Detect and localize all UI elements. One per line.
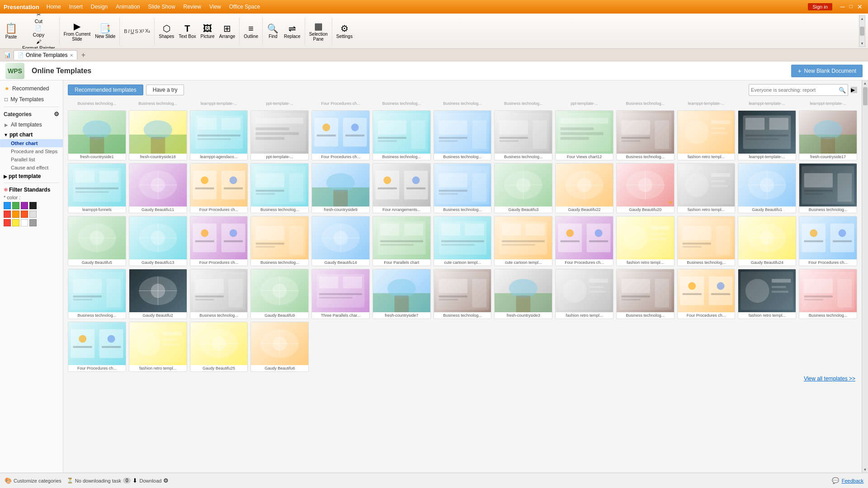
new-blank-button[interactable]: + New Blank Document xyxy=(791,65,863,77)
template-item[interactable]: cute cartoon templ... xyxy=(434,216,492,266)
format-painter-button[interactable]: 🖌Format Painter xyxy=(20,38,57,49)
template-item[interactable]: learnppt-funnels xyxy=(68,163,126,213)
template-item[interactable]: Gaudy Beautifu6 xyxy=(250,322,309,372)
swatch-lightgray[interactable] xyxy=(29,211,37,218)
template-item[interactable]: Business technolog... xyxy=(799,163,857,213)
template-item[interactable]: Gaudy Beautifu2 xyxy=(129,269,187,319)
add-tab-button[interactable]: + xyxy=(79,51,88,60)
sidebar-ppt-chart[interactable]: ▼ ppt chart xyxy=(0,130,63,139)
template-item[interactable]: Business technolog... xyxy=(616,110,675,160)
template-item[interactable]: learnppt-template-... xyxy=(738,110,796,160)
template-item[interactable]: Business technolog... xyxy=(494,110,552,160)
template-item[interactable]: Four Views chart12 xyxy=(555,110,613,160)
template-item[interactable]: Gaudy Beautifu22 xyxy=(555,163,613,213)
template-item[interactable]: Business technolog... xyxy=(434,110,492,160)
swatch-black[interactable] xyxy=(29,202,37,209)
template-item[interactable]: Business technolog... xyxy=(250,163,309,213)
template-item[interactable]: fashion retro templ... xyxy=(129,322,187,372)
sidebar-my-templates[interactable]: □ My Templates xyxy=(0,94,63,105)
sidebar-procedure-steps[interactable]: Procedure and Steps xyxy=(0,147,63,155)
right-scrollbar[interactable]: ▲ ▼ xyxy=(862,80,868,473)
template-item[interactable]: fashion retro templ... xyxy=(677,110,736,160)
template-item[interactable]: Three Parallels char... xyxy=(311,269,370,319)
find-button[interactable]: 🔍 Find xyxy=(265,22,281,40)
template-item[interactable]: Business technolog... xyxy=(250,216,309,266)
template-item[interactable]: cute cartoon templ... xyxy=(494,216,552,266)
sidebar-recommended[interactable]: ★ Recommended xyxy=(0,83,63,94)
replace-button[interactable]: ⇌ Replace xyxy=(282,22,302,40)
template-item[interactable]: Business technolog... xyxy=(616,269,675,319)
new-slide-button[interactable]: 📑 New Slide xyxy=(93,22,117,40)
template-item[interactable]: fresh-countryside9 xyxy=(311,163,370,213)
template-item[interactable]: Gaudy Beautifu25 xyxy=(190,322,248,372)
template-item[interactable]: Business technolog... xyxy=(434,269,492,319)
from-current-slide-button[interactable]: ▶ From CurrentSlide xyxy=(62,19,92,43)
template-item[interactable]: Business technolog... xyxy=(373,110,431,160)
template-item[interactable]: Four Procedures ch... xyxy=(68,322,126,372)
settings-gear-icon[interactable]: ⚙ xyxy=(163,477,169,484)
template-item[interactable]: Four Arrangements... xyxy=(373,163,431,213)
scroll-right-icon[interactable]: ▶ xyxy=(851,87,857,93)
text-box-button[interactable]: T Text Box xyxy=(177,22,198,40)
template-item[interactable]: Gaudy Beautifu3 xyxy=(494,163,552,213)
customize-categories[interactable]: 🎨 Customize categories xyxy=(5,477,61,484)
template-item[interactable]: learnppt-agendaco... xyxy=(190,110,248,160)
swatch-gray[interactable] xyxy=(29,219,37,226)
swatch-purple[interactable] xyxy=(21,202,28,209)
template-item[interactable]: Business technolog... xyxy=(68,269,126,319)
template-item[interactable]: Gaudy Beautifu24 xyxy=(738,216,796,266)
swatch-green[interactable] xyxy=(12,202,19,209)
menu-view[interactable]: View xyxy=(206,3,225,11)
sidebar-cause-effect[interactable]: Cause and effect xyxy=(0,164,63,172)
close-button[interactable]: ✕ xyxy=(855,3,864,10)
template-item[interactable]: Four Procedures ch... xyxy=(555,216,613,266)
template-item[interactable]: Gaudy Beautifu13 xyxy=(129,216,187,266)
close-tab-icon[interactable]: ✕ xyxy=(70,53,73,58)
template-item[interactable]: Four Procedures ch... xyxy=(677,269,736,319)
feedback-label[interactable]: Feedback xyxy=(842,478,863,483)
menu-slideshow[interactable]: Slide Show xyxy=(145,3,179,11)
template-item[interactable]: Business technolog... xyxy=(799,269,857,319)
search-icon[interactable]: 🔍 xyxy=(839,87,846,94)
template-item[interactable]: fashion retro templ... xyxy=(738,269,796,319)
outline-button[interactable]: ≡ Outline xyxy=(242,22,260,40)
template-item[interactable]: Gaudy Beautifu9 xyxy=(250,269,309,319)
search-box[interactable]: 🔍 xyxy=(749,84,848,96)
template-item[interactable]: Gaudy Beautifu1 xyxy=(738,163,796,213)
template-item[interactable]: Four Procedures ch... xyxy=(311,110,370,160)
swatch-deeporange[interactable] xyxy=(21,211,28,218)
swatch-orange[interactable] xyxy=(12,211,19,218)
sidebar-ppt-template[interactable]: ▶ ppt template xyxy=(0,172,63,181)
template-item[interactable]: Four Procedures ch... xyxy=(190,216,248,266)
template-item[interactable]: Gaudy Beautifu5 xyxy=(68,216,126,266)
template-item[interactable]: fresh-countryside18 xyxy=(129,110,187,160)
cut-button[interactable]: ✂Cut xyxy=(20,14,57,24)
template-item[interactable]: fashion retro templ... xyxy=(555,269,613,319)
menu-animation[interactable]: Animation xyxy=(112,3,143,11)
template-item[interactable]: fresh-countryside1 xyxy=(68,110,126,160)
template-item[interactable]: Four Procedures ch... xyxy=(799,216,857,266)
template-item[interactable]: fashion retro templ... xyxy=(677,163,736,213)
template-item[interactable]: Gaudy Beautifu14 xyxy=(311,216,370,266)
menu-office-space[interactable]: Office Space xyxy=(226,3,264,11)
template-item[interactable]: Gaudy Beautifu11 xyxy=(129,163,187,213)
sidebar-other-chart[interactable]: Other chart xyxy=(0,139,63,147)
view-all-link[interactable]: View all templates >> xyxy=(804,375,855,382)
template-item[interactable]: Gaudy Beautifu20★ xyxy=(616,163,675,213)
template-item[interactable]: fresh-countryside3 xyxy=(494,269,552,319)
menu-home[interactable]: Home xyxy=(43,3,65,11)
shapes-button[interactable]: ⬡ Shapes xyxy=(157,22,176,40)
swatch-white[interactable] xyxy=(21,219,28,226)
swatch-crimson[interactable] xyxy=(4,219,11,226)
sign-in-button[interactable]: Sign in xyxy=(808,3,832,10)
swatch-blue[interactable] xyxy=(4,202,11,209)
swatch-red[interactable] xyxy=(4,211,11,218)
have-a-try-tab[interactable]: Have a try xyxy=(146,84,184,95)
settings-icon[interactable]: ⚙ xyxy=(54,111,59,117)
settings-button[interactable]: ⚙ Settings xyxy=(335,22,354,40)
online-templates-tab[interactable]: 📄 Online Templates ✕ xyxy=(14,50,77,60)
swatch-yellow[interactable] xyxy=(12,219,19,226)
menu-review[interactable]: Review xyxy=(180,3,205,11)
selection-pane-button[interactable]: ▦ SelectionPane xyxy=(307,19,330,43)
template-item[interactable]: fresh-countryside7 xyxy=(373,269,431,319)
